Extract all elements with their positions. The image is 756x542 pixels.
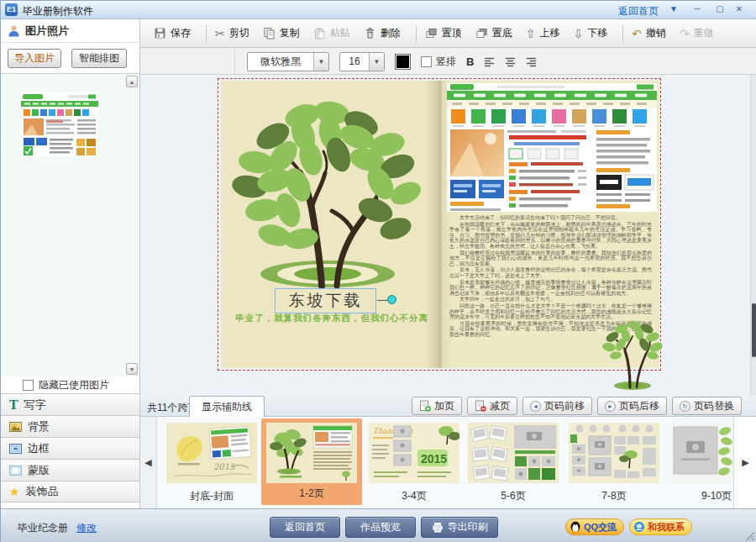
remove-page-label: 减页 (490, 399, 510, 413)
send-back-button[interactable]: 置底 (475, 26, 512, 40)
copy-button[interactable]: 复制 (263, 26, 300, 40)
editor-canvas[interactable]: 东坡下载 毕业了，就算我们各奔东西，但我们心不分离 (140, 75, 756, 396)
font-family-select[interactable]: 微软雅黑 ▼ (247, 52, 329, 71)
text-handle-icon[interactable] (387, 295, 396, 304)
sidebar-item-label: 蒙版 (28, 463, 50, 478)
format-bar: 微软雅黑 ▼ 16 ▼ 竖排 B (140, 48, 756, 75)
maximize-icon[interactable]: ▢ (711, 3, 729, 16)
sidebar-item-background[interactable]: 背景 (1, 415, 139, 437)
spread-thumb-current[interactable]: 1-2页 (261, 418, 362, 505)
export-print-label: 导出印刷 (448, 520, 488, 534)
spread-thumb-3-4[interactable]: Thank you 2015 3-4页 (369, 423, 459, 503)
close-icon[interactable]: ✕ (730, 3, 748, 16)
tree-illustration (231, 84, 426, 296)
sidebar-item-text[interactable]: T 写字 (1, 393, 139, 415)
show-guides-tab[interactable]: 显示辅助线 (189, 396, 265, 417)
sidebar-item-decorations[interactable]: ★ 装饰品 (1, 481, 139, 503)
spread-thumb-7-8[interactable]: 7-8页 (569, 423, 659, 503)
strip-prev-icon[interactable]: ◀ (140, 417, 157, 508)
qq-chat-label: QQ交流 (584, 521, 617, 534)
project-name: 毕业纪念册 (18, 522, 68, 534)
undo-label: 撤销 (646, 26, 666, 40)
mask-icon (9, 466, 22, 476)
edit-project-link[interactable]: 修改 (76, 522, 97, 534)
copy-label: 复制 (280, 26, 300, 40)
spread-thumb-label: 5-6页 (468, 489, 559, 503)
add-page-button[interactable]: 加页 (412, 397, 462, 415)
spread-thumb-cover[interactable]: 2015 封底-封面 (166, 423, 257, 503)
undo-button[interactable]: ↶ 撤销 (632, 26, 666, 40)
add-page-icon (419, 400, 431, 412)
export-print-button[interactable]: 导出印刷 (421, 517, 498, 538)
cut-button[interactable]: ✂ 剪切 (215, 26, 249, 40)
move-down-button[interactable]: ⇩ 下移 (573, 26, 607, 40)
font-family-dropdown-icon[interactable]: ▼ (313, 53, 328, 71)
font-color-swatch[interactable] (395, 54, 411, 70)
align-right-icon[interactable] (526, 56, 537, 67)
canvas-scrollbar[interactable] (750, 75, 756, 396)
redo-icon: ↷ (680, 28, 690, 39)
scroll-down-icon[interactable]: ▼ (126, 363, 138, 375)
minimize-icon[interactable]: ─ (688, 3, 706, 16)
selected-text-object[interactable]: 东坡下载 (275, 288, 376, 313)
redo-button[interactable]: ↷ 重做 (680, 26, 714, 40)
page-backward-label: 页码后移 (619, 399, 659, 413)
align-left-icon[interactable] (484, 56, 495, 67)
remove-page-button[interactable]: 减页 (467, 397, 517, 415)
spread-thumb-5-6[interactable]: 5-6页 (468, 423, 559, 503)
sidebar-item-label: 背景 (28, 419, 50, 434)
sidebar-item-mask[interactable]: 蒙版 (1, 459, 139, 481)
save-label: 保存 (171, 26, 191, 40)
border-icon (9, 444, 22, 454)
canvas-scrollbar-thumb[interactable] (752, 303, 756, 357)
page-left[interactable]: 东坡下载 毕业了，就算我们各奔东西，但我们心不分离 (221, 81, 439, 368)
page-swap-button[interactable]: ↻ 页码替换 (672, 397, 742, 415)
resize-grip[interactable] (744, 530, 754, 540)
qq-chat-badge[interactable]: QQ交流 (565, 518, 624, 535)
hide-used-checkbox[interactable] (23, 380, 34, 391)
align-center-icon[interactable] (505, 56, 516, 67)
bring-front-icon (425, 27, 438, 39)
imported-image-thumbnail[interactable] (21, 92, 98, 156)
pagebar-tabs-row: 共11个跨页 显示辅助线 加页 减页 ◄ 页码前移 ► 页码后移 ↻ 页码替换 (140, 396, 756, 417)
page-screenshot-image[interactable] (447, 83, 657, 212)
spread-thumb-label: 7-8页 (569, 489, 659, 503)
cut-icon: ✂ (215, 28, 225, 39)
contact-me-badge[interactable]: 和我联系 (629, 518, 692, 535)
save-button[interactable]: 保存 (154, 26, 191, 40)
strip-next-icon[interactable]: ▶ (733, 417, 756, 508)
import-images-button[interactable]: 导入图片 (8, 49, 61, 68)
preview-button[interactable]: 作品预览 (345, 517, 416, 538)
paste-button[interactable]: 粘贴 (313, 26, 350, 40)
spread-thumb-label: 封底-封面 (166, 489, 257, 503)
vertical-text-checkbox[interactable] (421, 56, 432, 67)
bring-front-button[interactable]: 置顶 (425, 26, 462, 40)
bring-front-label: 置顶 (442, 26, 462, 40)
smart-layout-button[interactable]: 智能排图 (71, 49, 127, 68)
back-home-button[interactable]: 返回首页 (270, 517, 340, 538)
vertical-text-label: 竖排 (436, 55, 456, 69)
delete-button[interactable]: 删除 (364, 26, 401, 40)
font-size-value: 16 (340, 55, 369, 67)
move-down-label: 下移 (587, 26, 607, 40)
move-up-button[interactable]: ⇧ 上移 (526, 26, 560, 40)
font-size-dropdown-icon[interactable]: ▼ (369, 53, 384, 71)
window-title: 毕业册制作软件 (23, 4, 93, 18)
spread-thumb-label: 3-4页 (369, 489, 459, 503)
photos-panel-header: 图片照片 (1, 19, 139, 43)
bold-button[interactable]: B (466, 55, 474, 68)
font-size-select[interactable]: 16 ▼ (339, 52, 385, 71)
sidebar-item-border[interactable]: 边框 (1, 437, 139, 459)
toolbar-separator (416, 25, 417, 42)
scroll-up-icon[interactable]: ▲ (126, 76, 138, 87)
sidebar-item-label: 边框 (28, 441, 50, 456)
page-forward-label: 页码前移 (544, 399, 585, 413)
home-link-top[interactable]: 返回首页 (618, 4, 659, 18)
left-sidebar: 图片照片 导入图片 智能排图 (1, 19, 140, 508)
page-forward-button[interactable]: ◄ 页码前移 (522, 397, 592, 415)
page-backward-button[interactable]: ► 页码后移 (597, 397, 667, 415)
svg-text:2015: 2015 (421, 452, 447, 466)
hide-used-row: 隐藏已使用图片 (1, 376, 139, 393)
skin-menu-icon[interactable]: ▼ (664, 3, 683, 16)
page-caption: 毕业了，就算我们各奔东西，但我们心不分离 (234, 313, 429, 324)
